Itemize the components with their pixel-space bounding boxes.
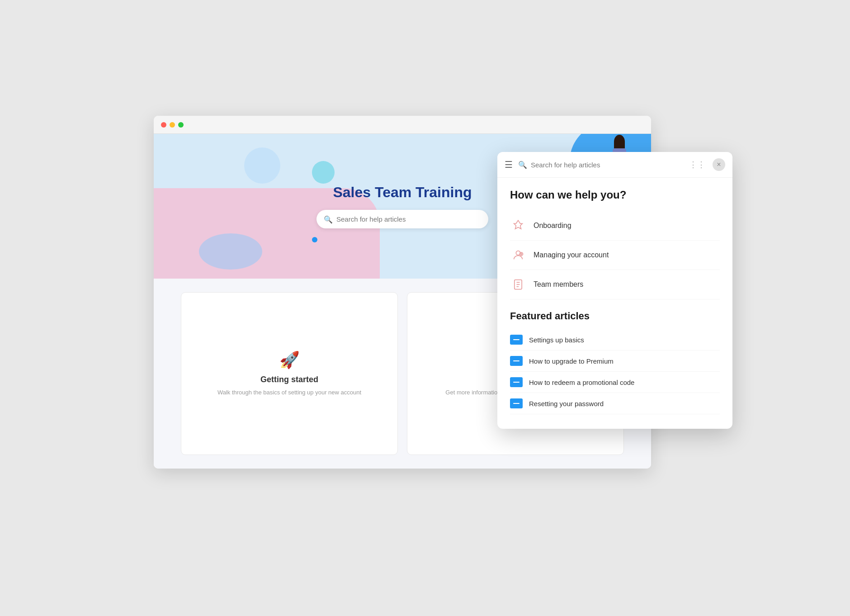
- browser-titlebar: [154, 116, 651, 134]
- article-icon-2: [510, 377, 523, 387]
- hero-dot-blue: [312, 237, 317, 242]
- hero-pink-shape: [154, 188, 380, 279]
- article-promo-code[interactable]: How to redeem a promotional code: [510, 372, 720, 393]
- hero-shape-light-blue: [199, 233, 262, 270]
- hero-search-input[interactable]: [316, 210, 488, 228]
- onboarding-icon: [510, 218, 526, 234]
- article-label-2: How to redeem a promotional code: [529, 379, 634, 386]
- article-settings-basics[interactable]: Settings up basics: [510, 329, 720, 351]
- close-button[interactable]: ×: [713, 158, 725, 171]
- article-reset-password[interactable]: Resetting your password: [510, 393, 720, 414]
- hero-title: Sales Team Training: [333, 184, 472, 201]
- hero-search-wrapper: 🔍: [316, 210, 488, 228]
- article-label-0: Settings up basics: [529, 336, 584, 344]
- hero-shape-pale-blue: [244, 147, 280, 184]
- figure-hair: [614, 135, 625, 148]
- card-getting-started[interactable]: 🚀 Getting started Walk through the basic…: [181, 292, 398, 455]
- panel-search-input[interactable]: [531, 161, 684, 169]
- category-team-members[interactable]: Team members: [510, 270, 720, 299]
- onboarding-label: Onboarding: [534, 222, 571, 230]
- help-panel-header: ☰ 🔍 ⋮⋮ ×: [497, 152, 732, 178]
- grid-icon: ⋮⋮: [689, 160, 705, 170]
- hero-search-icon: 🔍: [324, 215, 333, 223]
- help-panel-body: How can we help you? Onboarding: [497, 178, 732, 429]
- traffic-light-green[interactable]: [178, 122, 184, 128]
- panel-search-icon: 🔍: [518, 161, 527, 169]
- article-icon-3: [510, 398, 523, 408]
- article-label-3: Resetting your password: [529, 400, 604, 408]
- help-panel: ☰ 🔍 ⋮⋮ × How can we help you? Onboarding: [497, 152, 732, 429]
- hero-shape-teal: [312, 161, 335, 184]
- featured-title: Featured articles: [510, 310, 720, 322]
- managing-account-icon: [510, 247, 526, 263]
- traffic-light-red[interactable]: [161, 122, 166, 128]
- category-managing-account[interactable]: Managing your account: [510, 241, 720, 270]
- article-label-1: How to upgrade to Premium: [529, 357, 614, 365]
- traffic-lights: [161, 122, 184, 128]
- scene: Sales Team Training 🔍 🚀 Getting started …: [154, 116, 696, 500]
- menu-button[interactable]: ☰: [505, 159, 513, 170]
- help-main-title: How can we help you?: [510, 189, 720, 201]
- search-wrapper: 🔍: [518, 161, 684, 169]
- card-rocket-icon: 🚀: [279, 351, 300, 370]
- managing-account-label: Managing your account: [534, 251, 609, 259]
- article-icon-0: [510, 335, 523, 345]
- category-onboarding[interactable]: Onboarding: [510, 211, 720, 241]
- article-upgrade-premium[interactable]: How to upgrade to Premium: [510, 351, 720, 372]
- card-getting-started-title: Getting started: [260, 375, 318, 384]
- article-icon-1: [510, 356, 523, 366]
- traffic-light-yellow[interactable]: [170, 122, 175, 128]
- card-getting-started-desc: Walk through the basics of setting up yo…: [217, 388, 361, 397]
- team-members-icon: [510, 276, 526, 293]
- team-members-label: Team members: [534, 280, 583, 289]
